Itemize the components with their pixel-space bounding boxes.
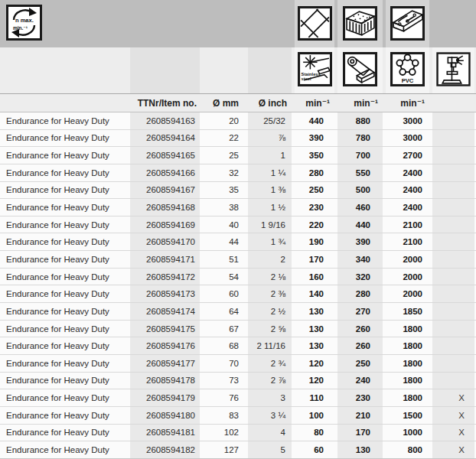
product-name-cell: Endurance for Heavy Duty: [0, 164, 129, 181]
rpm-high-cell: 3000: [384, 112, 431, 129]
header-drill-stand: [431, 94, 476, 112]
rpm-low-cell: 80: [293, 425, 336, 441]
rpm-high-cell: 2100: [384, 233, 431, 250]
diameter-mm-cell: 32: [201, 164, 246, 181]
diameter-inch-cell: 1 ½: [246, 199, 293, 216]
drill-stand-flag-cell: [431, 285, 476, 302]
column-shade: [130, 47, 200, 93]
tile-icon: [298, 6, 332, 41]
item-number-cell: 2608594178: [129, 373, 201, 389]
diameter-inch-cell: ⅞: [246, 130, 293, 147]
table-row: Endurance for Heavy Duty 2608594178 73 2…: [0, 373, 476, 390]
diameter-inch-cell: 25/32: [246, 112, 293, 129]
diameter-mm-cell: 38: [201, 199, 246, 216]
drill-stand-flag-cell: [431, 164, 476, 181]
table-row: Endurance for Heavy Duty 2608594168 38 1…: [0, 199, 476, 216]
product-name-cell: Endurance for Heavy Duty: [0, 285, 129, 302]
rpm-high-cell: 1850: [384, 303, 431, 320]
svg-text:PVC: PVC: [402, 77, 414, 84]
rpm-mid-cell: 130: [336, 441, 384, 458]
diameter-inch-cell: 1: [246, 147, 293, 164]
rpm-high-cell: 1500: [384, 407, 431, 424]
svg-text:steel: steel: [302, 76, 311, 81]
diameter-mm-cell: 54: [201, 269, 246, 285]
rpm-low-cell: 120: [293, 355, 336, 372]
rpm-low-cell: 100: [293, 407, 336, 424]
diameter-mm-cell: 76: [201, 389, 246, 406]
rpm-mid-cell: 280: [336, 285, 384, 302]
diameter-mm-cell: 20: [201, 112, 246, 129]
svg-text:min.⁻¹: min.⁻¹: [13, 25, 28, 31]
product-name-cell: Endurance for Heavy Duty: [0, 147, 129, 164]
product-name-cell: Endurance for Heavy Duty: [0, 321, 129, 337]
table-row: Endurance for Heavy Duty 2608594177 70 2…: [0, 355, 476, 373]
diameter-inch-cell: 1 ¾: [246, 233, 293, 250]
item-number-cell: 2608594173: [129, 285, 201, 302]
drill-stand-flag-cell: X: [431, 389, 476, 406]
header-item-number: TTNr/Item no.: [129, 94, 201, 112]
item-number-cell: 2608594175: [129, 321, 201, 337]
item-number-cell: 2608594174: [129, 303, 201, 320]
rpm-high-cell: 800: [384, 441, 431, 458]
rpm-mid-cell: 260: [336, 321, 384, 337]
wood-icon: [390, 6, 425, 41]
drill-stand-flag-cell: [431, 303, 476, 320]
drill-stand-flag-cell: X: [431, 425, 476, 441]
table-row: Endurance for Heavy Duty 2608594170 44 1…: [0, 233, 476, 251]
rpm-low-cell: 250: [293, 182, 336, 199]
rpm-low-cell: 350: [293, 147, 336, 164]
rpm-mid-cell: 170: [336, 425, 384, 441]
item-number-cell: 2608594163: [129, 112, 201, 129]
product-name-cell: Endurance for Heavy Duty: [0, 373, 129, 389]
item-number-cell: 2608594167: [129, 182, 201, 199]
item-number-cell: 2608594168: [129, 199, 201, 216]
rpm-low-cell: 130: [293, 337, 336, 354]
item-number-cell: 2608594181: [129, 425, 201, 441]
table-row: Endurance for Heavy Duty 2608594163 20 2…: [0, 112, 476, 130]
product-name-cell: Endurance for Heavy Duty: [0, 269, 129, 285]
item-number-cell: 2608594164: [129, 130, 201, 147]
rotation-speed-icon: n max. min.⁻¹: [6, 5, 42, 41]
rpm-low-cell: 220: [293, 216, 336, 233]
rpm-mid-cell: 880: [336, 112, 384, 129]
item-number-cell: 2608594177: [129, 355, 201, 372]
table-body: Endurance for Heavy Duty 2608594163 20 2…: [0, 112, 476, 459]
rpm-high-cell: 1800: [384, 389, 431, 406]
diameter-inch-cell: 2 ¾: [246, 355, 293, 372]
metal-icon: [343, 52, 377, 86]
product-name-cell: Endurance for Heavy Duty: [0, 199, 129, 216]
rpm-mid-cell: 250: [336, 355, 384, 372]
item-number-cell: 2608594170: [129, 233, 201, 250]
header-diameter-inch: Ø inch: [246, 94, 293, 112]
brick-icon: [343, 6, 377, 41]
diameter-inch-cell: 2: [246, 251, 293, 268]
header-rpm-3: min⁻¹: [384, 94, 431, 112]
product-name-cell: Endurance for Heavy Duty: [0, 337, 129, 354]
rpm-high-cell: 2400: [384, 164, 431, 181]
diameter-mm-cell: 73: [201, 373, 246, 389]
product-name-cell: Endurance for Heavy Duty: [0, 303, 129, 320]
diameter-inch-cell: 2 ⅜: [246, 285, 293, 302]
drill-stand-flag-cell: [431, 355, 476, 372]
table-row: Endurance for Heavy Duty 2608594165 25 1…: [0, 147, 476, 164]
rpm-mid-cell: 210: [336, 407, 384, 424]
rpm-low-cell: 190: [293, 233, 336, 250]
product-name-cell: Endurance for Heavy Duty: [0, 251, 129, 268]
diameter-inch-cell: 5: [246, 441, 293, 458]
rpm-low-cell: 390: [293, 130, 336, 147]
rpm-high-cell: 1800: [384, 355, 431, 372]
drill-stand-flag-cell: [431, 269, 476, 285]
table-row: Endurance for Heavy Duty 2608594173 60 2…: [0, 285, 476, 303]
diameter-inch-cell: 1 ¼: [246, 164, 293, 181]
table-row: Endurance for Heavy Duty 2608594182 127 …: [0, 441, 476, 459]
item-number-cell: 2608594171: [129, 251, 201, 268]
rpm-mid-cell: 260: [336, 337, 384, 354]
rpm-high-cell: 2400: [384, 199, 431, 216]
drill-stand-flag-cell: [431, 321, 476, 337]
item-number-cell: 2608594166: [129, 164, 201, 181]
rpm-mid-cell: 390: [336, 233, 384, 250]
drill-stand-flag-cell: [431, 182, 476, 199]
table-row: Endurance for Heavy Duty 2608594171 51 2…: [0, 251, 476, 269]
item-number-cell: 2608594182: [129, 441, 201, 458]
drill-stand-flag-cell: [431, 147, 476, 164]
